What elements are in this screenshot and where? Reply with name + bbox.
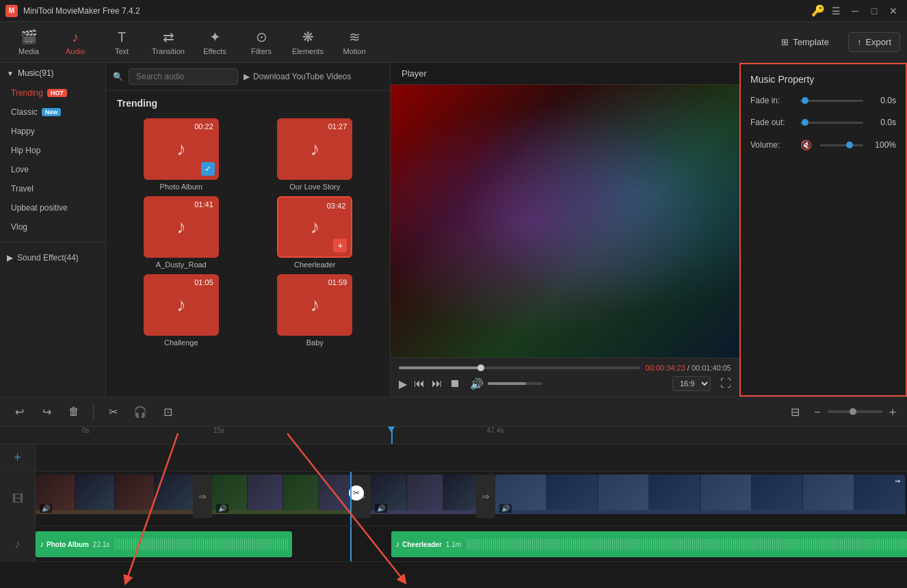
main-toolbar: 🎬 Media ♪ Audio T Text ⇄ Transition ✦ Ef… bbox=[0, 22, 907, 63]
audio-name-dusty-road: A_Dusty_Road bbox=[156, 260, 207, 269]
close-button[interactable]: ✕ bbox=[885, 3, 902, 19]
volume-label: Volume: bbox=[750, 140, 795, 150]
video-track: 🎞 🔊 ⇒ bbox=[0, 472, 907, 526]
add-track-icon[interactable]: + bbox=[14, 451, 21, 465]
volume-bar[interactable] bbox=[488, 382, 542, 385]
playhead-music bbox=[350, 526, 352, 561]
video-clip-2[interactable]: 🔊 bbox=[212, 475, 354, 518]
audio-name-challenge: Challenge bbox=[164, 338, 198, 347]
elements-icon: ❋ bbox=[302, 29, 314, 45]
redo-button[interactable]: ↪ bbox=[36, 401, 57, 423]
music-section-header[interactable]: ▼ Music(91) bbox=[0, 63, 105, 83]
add-badge: + bbox=[333, 239, 347, 252]
download-youtube-button[interactable]: ▶ Download YouTube Videos bbox=[244, 72, 351, 81]
audio-card-our-love-story[interactable]: ♪ 01:27 Our Love Story bbox=[251, 118, 380, 191]
text-tool[interactable]: T Text bbox=[100, 24, 144, 61]
category-classic[interactable]: Classic New bbox=[0, 103, 105, 122]
delete-button[interactable]: 🗑 bbox=[63, 401, 85, 423]
zoom-slider[interactable] bbox=[828, 410, 882, 413]
undo-button[interactable]: ↩ bbox=[8, 401, 30, 423]
audio-grid: ♪ 00:22 ✓ Photo Album ♪ 01:27 Our Love S… bbox=[106, 113, 390, 352]
export-button[interactable]: ↑ Export bbox=[848, 32, 900, 52]
volume-icon[interactable]: 🔊 bbox=[470, 377, 484, 390]
fade-out-value: 0.0s bbox=[869, 118, 896, 127]
motion-tool[interactable]: ≋ Motion bbox=[332, 24, 376, 61]
split-view-button[interactable]: ⊟ bbox=[784, 401, 806, 423]
music-clip-photo-album[interactable]: ♪ Photo Album 22.1s bbox=[36, 531, 292, 557]
template-icon: ⊞ bbox=[781, 37, 789, 47]
added-check-badge: ✓ bbox=[201, 162, 215, 176]
play-button[interactable]: ▶ bbox=[399, 377, 407, 390]
cut-button[interactable]: ✂ bbox=[102, 401, 124, 423]
hot-badge: HOT bbox=[47, 89, 67, 97]
time-total: 00:01:40:05 bbox=[692, 364, 731, 372]
audio-name-baby: Baby bbox=[306, 338, 324, 347]
filters-icon: ⊙ bbox=[256, 29, 267, 45]
empty-track: + bbox=[0, 444, 907, 472]
music-note-icon: ♪ bbox=[310, 294, 319, 316]
category-happy[interactable]: Happy bbox=[0, 122, 105, 141]
duration-baby: 01:59 bbox=[328, 278, 347, 286]
progress-bar[interactable] bbox=[399, 366, 640, 369]
category-upbeat[interactable]: Upbeat positive bbox=[0, 198, 105, 217]
player-controls: 00:00:34:23 / 00:01:40:05 ▶ ⏮ ⏭ ⏹ 🔊 16:9 bbox=[391, 358, 739, 397]
aspect-ratio-select[interactable]: 16:9 9:16 1:1 bbox=[672, 376, 711, 391]
category-hiphop[interactable]: Hip Hop bbox=[0, 141, 105, 160]
classic-label: Classic bbox=[11, 107, 38, 117]
fade-out-slider[interactable] bbox=[800, 122, 863, 124]
maximize-button[interactable]: □ bbox=[866, 3, 882, 19]
video-clip-4[interactable]: 🔊 ⇒ bbox=[495, 475, 906, 518]
filters-tool[interactable]: ⊙ Filters bbox=[239, 24, 283, 61]
audio-card-dusty-road[interactable]: ♪ 01:41 A_Dusty_Road bbox=[117, 196, 246, 269]
video-clip-1[interactable]: 🔊 bbox=[36, 475, 196, 518]
progress-fill bbox=[399, 366, 481, 369]
timeline: 0s 15s 47.4s + 🎞 bbox=[0, 427, 907, 588]
player-panel: Player 00:00:34:23 / 00:01:40:05 ▶ ⏮ ⏭ bbox=[391, 63, 739, 397]
audio-card-photo-album[interactable]: ♪ 00:22 ✓ Photo Album bbox=[117, 118, 246, 191]
elements-tool[interactable]: ❋ Elements bbox=[286, 24, 330, 61]
template-button[interactable]: ⊞ Template bbox=[773, 33, 837, 51]
timeline-ruler: 0s 15s 47.4s bbox=[0, 427, 907, 444]
edit-toolbar: ↩ ↪ 🗑 ✂ 🎧 ⊡ ⊟ － ＋ bbox=[0, 397, 907, 427]
ruler-mark-47s: 47.4s bbox=[487, 427, 503, 434]
effects-tool[interactable]: ✦ Effects bbox=[193, 24, 237, 61]
menu-button[interactable]: ☰ bbox=[828, 3, 844, 19]
category-vlog[interactable]: Vlog bbox=[0, 217, 105, 237]
audio-card-baby[interactable]: ♪ 01:59 Baby bbox=[251, 274, 380, 347]
audio-thumb-challenge: ♪ 01:05 bbox=[144, 274, 219, 336]
video-clip-3[interactable]: 🔊 bbox=[371, 475, 480, 518]
hiphop-label: Hip Hop bbox=[11, 146, 40, 155]
time-display: 00:00:34:23 / 00:01:40:05 bbox=[646, 364, 731, 372]
audio-thumb-photo-album: ♪ 00:22 ✓ bbox=[144, 118, 219, 180]
music-clip-cheerleader[interactable]: ♪ Cheerleader 1.1m bbox=[391, 531, 907, 557]
audio-tool[interactable]: ♪ Audio bbox=[53, 24, 97, 61]
track-label-music: ♪ bbox=[0, 526, 36, 562]
audio-card-challenge[interactable]: ♪ 01:05 Challenge bbox=[117, 274, 246, 347]
fullscreen-button[interactable]: ⛶ bbox=[720, 377, 731, 390]
sound-effect-section[interactable]: ▶ Sound Effect(44) bbox=[0, 248, 105, 267]
category-trending[interactable]: Trending HOT bbox=[0, 83, 105, 103]
audio-browser: 🔍 ▶ Download YouTube Videos Trending ♪ 0… bbox=[106, 63, 391, 397]
duration-challenge: 01:05 bbox=[194, 278, 213, 286]
category-love[interactable]: Love bbox=[0, 160, 105, 179]
audio-card-cheerleader[interactable]: ♪ 03:42 + Cheerleader bbox=[251, 196, 380, 269]
happy-label: Happy bbox=[11, 126, 35, 136]
category-travel[interactable]: Travel bbox=[0, 179, 105, 198]
duration-cheerleader: 03:42 bbox=[327, 202, 346, 210]
search-input[interactable] bbox=[129, 68, 238, 85]
transition-tool[interactable]: ⇄ Transition bbox=[146, 24, 190, 61]
minimize-button[interactable]: ─ bbox=[847, 3, 863, 19]
audio-detach-button[interactable]: 🎧 bbox=[129, 401, 151, 423]
crop-button[interactable]: ⊡ bbox=[157, 401, 179, 423]
zoom-out-button[interactable]: － bbox=[811, 403, 824, 420]
fade-in-slider[interactable] bbox=[800, 100, 863, 102]
volume-slider[interactable] bbox=[820, 144, 863, 146]
next-frame-button[interactable]: ⏭ bbox=[432, 377, 443, 390]
volume-container: 🔊 bbox=[470, 377, 542, 390]
zoom-in-button[interactable]: ＋ bbox=[886, 403, 899, 420]
prev-frame-button[interactable]: ⏮ bbox=[414, 377, 425, 390]
duration-our-love-story: 01:27 bbox=[328, 122, 347, 131]
media-tool[interactable]: 🎬 Media bbox=[7, 24, 51, 61]
stop-button[interactable]: ⏹ bbox=[449, 377, 460, 390]
vlog-label: Vlog bbox=[11, 222, 27, 232]
